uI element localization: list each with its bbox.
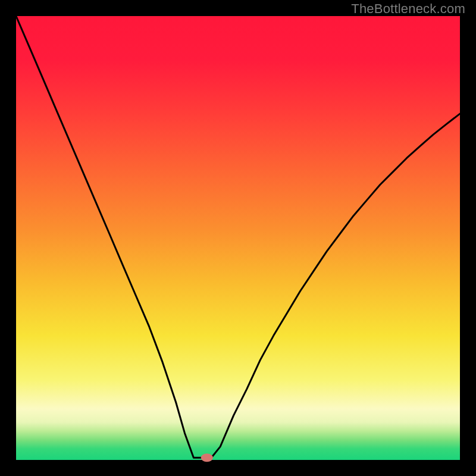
chart-frame: { "attribution": "TheBottleneck.com", "c… xyxy=(0,0,476,476)
plot-background xyxy=(16,16,460,460)
chart-svg xyxy=(0,0,476,476)
attribution-text: TheBottleneck.com xyxy=(351,1,465,17)
optimum-marker xyxy=(201,453,213,462)
